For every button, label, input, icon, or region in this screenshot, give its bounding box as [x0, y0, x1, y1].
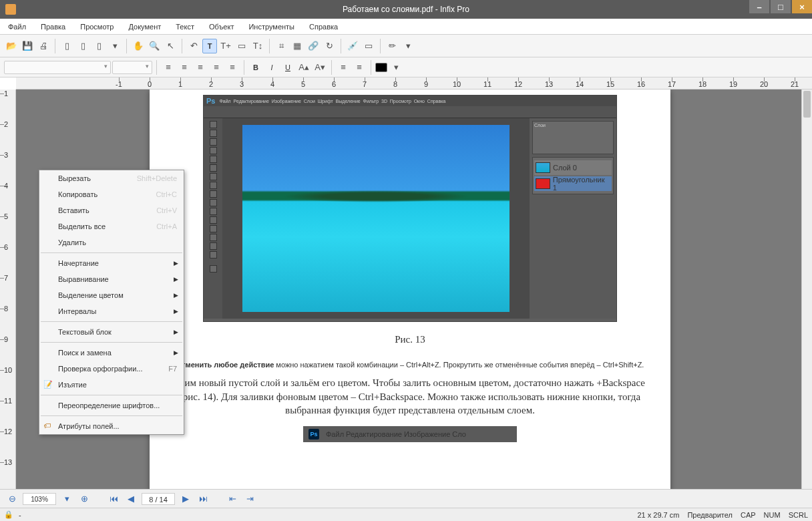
menu-item-Интервалы[interactable]: Интервалы▶: [39, 303, 184, 319]
save-icon[interactable]: 💾: [20, 39, 35, 53]
main-toolbar: 📂 💾 🖨 ▯ ▯ ▯ ▾ ✋ 🔍 ↖ ↶ T T+ ▭ T↕ ⌗ ▦ 🔗 ↻ …: [0, 35, 812, 57]
paragraph-1: Отменить любое действие можно нажатием т…: [150, 357, 670, 371]
delete-page-icon[interactable]: ▯: [91, 39, 106, 53]
dropdown2-icon[interactable]: ▾: [401, 39, 415, 53]
navigation-bar: ⊖ 103% ▾ ⊕ ⏮ ◀ 8 / 14 ▶ ⏭ ⇤ ⇥: [0, 489, 812, 508]
paragraph-2: адим новый пустой слой и зальём его цвет…: [150, 376, 670, 417]
indent-right-icon[interactable]: ≡: [352, 60, 367, 75]
text-plus-icon[interactable]: T+: [218, 39, 233, 53]
dropdown-icon[interactable]: ▾: [108, 39, 122, 53]
menu-item-Выделить все: Выделить всеCtrl+A: [39, 218, 184, 234]
bold-icon[interactable]: B: [248, 60, 263, 75]
close-button[interactable]: ×: [792, 0, 812, 13]
italic-icon[interactable]: I: [264, 60, 279, 75]
menubar: ФайлПравкаПросмотрДокументТекстОбъектИнс…: [0, 19, 812, 35]
font-size-combo[interactable]: [112, 61, 152, 74]
menu-item-Удалить: Удалить: [39, 234, 184, 250]
menu-item-Переопределение шрифтов...[interactable]: Переопределение шрифтов...: [39, 397, 184, 413]
page: Ps Файл Редактирование Изображение Слои …: [150, 90, 670, 490]
window-title: Работаем со слоями.pdf - Infix Pro: [343, 5, 469, 14]
selection-icon[interactable]: ▦: [290, 39, 304, 53]
next-page-icon[interactable]: ▶: [179, 492, 192, 506]
align-left-icon[interactable]: ≡: [161, 60, 176, 75]
rect-select-icon[interactable]: ▭: [361, 39, 376, 53]
underline-icon[interactable]: U: [280, 60, 295, 75]
menu-item-Проверка орфографии...[interactable]: Проверка орфографии...F7: [39, 361, 184, 377]
figure-caption: Рис. 13: [150, 334, 670, 345]
status-dash: -: [19, 511, 21, 519]
link-icon[interactable]: 🔗: [306, 39, 321, 53]
superscript-icon[interactable]: A▴: [296, 60, 311, 75]
align-full-icon[interactable]: ≡: [225, 60, 240, 75]
text-tool-icon[interactable]: T: [202, 39, 217, 53]
menu-item-Начертание[interactable]: Начертание▶: [39, 255, 184, 271]
cap-indicator: CAP: [741, 511, 756, 519]
menu-item-Выравнивание[interactable]: Выравнивание▶: [39, 271, 184, 287]
crop-icon[interactable]: ⌗: [274, 39, 288, 53]
color-dropdown-icon[interactable]: ▾: [389, 60, 403, 75]
menu-Объект[interactable]: Объект: [206, 21, 236, 32]
vertical-ruler: 123456789101112131415: [0, 90, 16, 490]
indent-left-icon[interactable]: ≡: [336, 60, 351, 75]
link-text-icon[interactable]: T↕: [250, 39, 265, 53]
zoom-tool-icon[interactable]: 🔍: [147, 39, 162, 53]
copy-page-icon[interactable]: ▯: [75, 39, 90, 53]
font-family-combo[interactable]: [4, 61, 111, 74]
zoom-dropdown-icon[interactable]: ▾: [60, 492, 73, 506]
menu-item-Атрибуты полей...[interactable]: 🏷Атрибуты полей...: [39, 418, 184, 434]
last-page-icon[interactable]: ⏭: [196, 492, 210, 506]
align-right-icon[interactable]: ≡: [193, 60, 208, 75]
color-swatch[interactable]: [375, 63, 387, 72]
menu-Документ[interactable]: Документ: [126, 21, 164, 32]
zoom-out-icon[interactable]: ⊖: [5, 492, 19, 506]
menu-item-Поиск и замена[interactable]: Поиск и замена▶: [39, 345, 184, 361]
menu-Просмотр[interactable]: Просмотр: [77, 21, 116, 32]
layers-panel-header: Слои: [532, 121, 614, 154]
highlight-icon[interactable]: ✏: [385, 39, 399, 53]
photoshop-screenshot: Ps Файл Редактирование Изображение Слои …: [203, 95, 617, 322]
nav-forward-icon[interactable]: ⇥: [243, 492, 256, 506]
eyedropper-icon[interactable]: 💉: [345, 39, 360, 53]
lock-icon: 🔒: [4, 510, 13, 520]
context-menu: ВырезатьShift+DeleteКопироватьCtrl+CВста…: [39, 170, 184, 435]
menu-Текст[interactable]: Текст: [173, 21, 197, 32]
minimize-button[interactable]: –: [749, 0, 769, 13]
menu-item-Текстовый блок[interactable]: Текстовый блок▶: [39, 324, 184, 340]
menu-Инструменты[interactable]: Инструменты: [246, 21, 297, 32]
titlebar: Работаем со слоями.pdf - Infix Pro – □ ×: [0, 0, 812, 19]
menu-item-Вставить: ВставитьCtrl+V: [39, 202, 184, 218]
menu-Файл[interactable]: Файл: [5, 21, 29, 32]
prev-page-icon[interactable]: ◀: [124, 492, 138, 506]
zoom-field[interactable]: 103%: [23, 493, 56, 505]
page-dimensions: 21 x 29.7 cm: [637, 511, 679, 519]
menu-Справка[interactable]: Справка: [307, 21, 341, 32]
textbox-icon[interactable]: ▭: [234, 39, 249, 53]
island-image: [242, 125, 510, 312]
menu-Правка[interactable]: Правка: [38, 21, 68, 32]
zoom-in-icon[interactable]: ⊕: [77, 492, 91, 506]
num-indicator: NUM: [764, 511, 781, 519]
undo-icon[interactable]: ↶: [186, 39, 201, 53]
nav-back-icon[interactable]: ⇤: [226, 492, 239, 506]
first-page-icon[interactable]: ⏮: [107, 492, 120, 506]
menu-item-Выделение цветом[interactable]: Выделение цветом▶: [39, 287, 184, 303]
page-field[interactable]: 8 / 14: [142, 493, 175, 505]
vertical-scrollbar[interactable]: [801, 90, 812, 490]
align-justify-icon[interactable]: ≡: [209, 60, 224, 75]
menu-item-Изъятие[interactable]: 📝Изъятие: [39, 377, 184, 393]
pointer-tool-icon[interactable]: ↖: [163, 39, 178, 53]
subscript-icon[interactable]: A▾: [313, 60, 327, 75]
print-icon[interactable]: 🖨: [36, 39, 51, 53]
status-bar: 🔒 - 21 x 29.7 cm Предварител CAP NUM SCR…: [0, 508, 812, 521]
horizontal-ruler: -1012345678910111213141516171819202122: [16, 77, 812, 90]
menu-item-Вырезать: ВырезатьShift+Delete: [39, 170, 184, 186]
align-center-icon[interactable]: ≡: [177, 60, 192, 75]
menu-item-Копировать: КопироватьCtrl+C: [39, 186, 184, 202]
open-icon[interactable]: 📂: [4, 39, 19, 53]
maximize-button[interactable]: □: [771, 0, 791, 13]
hand-tool-icon[interactable]: ✋: [131, 39, 146, 53]
app-icon: [5, 4, 16, 15]
page-icon[interactable]: ▯: [59, 39, 74, 53]
rotate-icon[interactable]: ↻: [322, 39, 337, 53]
photoshop-menubar-crop: Ps Файл Редактирование Изображение Сло: [303, 426, 517, 442]
